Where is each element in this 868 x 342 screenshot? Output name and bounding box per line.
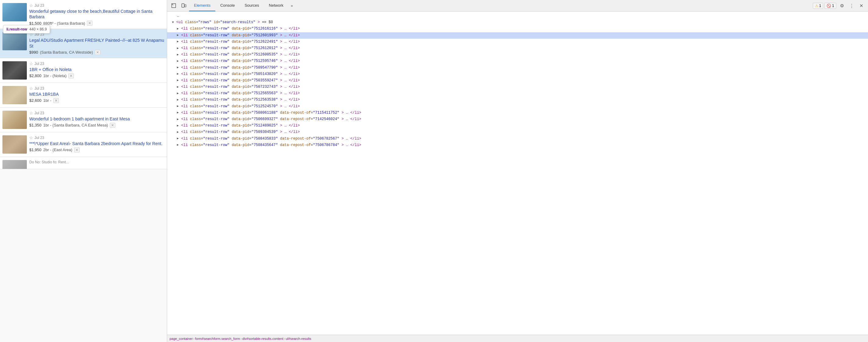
devtools-content: … ▼ <ul class="rows" id="search-results"…	[167, 11, 868, 342]
tree-item-line[interactable]: ▶ <li class="result-row" data-pid="75126…	[167, 26, 868, 32]
html-tag: >	[280, 98, 282, 102]
tree-item-line[interactable]: ▶ <li class="result-row" data-pid="75035…	[167, 77, 868, 84]
listing-title[interactable]: ***\*Upper East Area\- Santa Barbara 2be…	[29, 141, 162, 146]
more-options-button[interactable]: ⋮	[847, 2, 856, 10]
tree-triangle[interactable]: ▶	[177, 98, 181, 102]
tab-console[interactable]: Console	[215, 0, 240, 11]
tree-triangle[interactable]: ▶	[177, 33, 181, 38]
remove-button[interactable]: ✕	[87, 21, 92, 26]
html-attr-value: "rows"	[198, 20, 211, 24]
html-collapsed: …	[284, 98, 287, 102]
tree-line[interactable]: …	[167, 13, 868, 19]
tree-line-content: <li class="result-row" data-pid="7508061…	[181, 110, 866, 116]
tree-item-line[interactable]: ▶ <li class="result-row" data-pid="75125…	[167, 90, 868, 97]
close-devtools-button[interactable]: ✕	[857, 2, 866, 10]
star-icon[interactable]: ☆	[29, 61, 33, 66]
tree-item-line[interactable]: ▶ <li class="result-row" data-pid="75066…	[167, 116, 868, 123]
html-attr-value: "7512489025"	[251, 124, 278, 128]
tree-item-line[interactable]: ▶ <li class="result-row" data-pid="75125…	[167, 58, 868, 64]
tree-triangle[interactable]: ▶	[177, 124, 181, 128]
tree-triangle[interactable]: ▶	[177, 46, 181, 51]
html-tag: >	[342, 111, 344, 115]
tree-triangle[interactable]: ▶	[177, 136, 181, 141]
html-collapsed: …	[284, 130, 287, 134]
tree-triangle[interactable]: ▶	[177, 143, 181, 147]
device-toolbar-button[interactable]	[179, 2, 188, 10]
tree-line-content: <li class="result-row" data-pid="7509547…	[181, 65, 866, 71]
settings-button[interactable]: ⚙	[837, 2, 846, 10]
tree-item-line[interactable]: ▶ <li class="result-row" data-pid="75125…	[167, 103, 868, 110]
svg-rect-2	[182, 4, 184, 7]
listing-thumbnail	[2, 86, 27, 104]
tree-item-line[interactable]: ▶ <li class="result-row" data-pid="75095…	[167, 65, 868, 71]
breadcrumb-element[interactable]: form#searchform.search_form	[195, 337, 240, 340]
tree-triangle[interactable]: ▶	[177, 78, 181, 83]
tree-root-line[interactable]: ▼ <ul class="rows" id="search-results" >…	[167, 19, 868, 26]
breadcrumb-element[interactable]: ul#search-results	[286, 337, 311, 340]
tree-triangle[interactable]: ▶	[177, 53, 181, 57]
listing-title[interactable]: Wonderful getaway close to the beach,Bea…	[29, 9, 153, 19]
tree-triangle[interactable]: ▶	[177, 91, 181, 96]
star-icon[interactable]: ☆	[29, 3, 33, 8]
remove-button[interactable]: ✕	[110, 123, 115, 128]
tree-item-line[interactable]: ▶ <li class="result-row" data-pid="75124…	[167, 123, 868, 129]
html-attr-value: "7503559247"	[251, 78, 278, 82]
html-attr-name: data-pid	[232, 98, 249, 102]
tree-triangle[interactable]: ▶	[177, 59, 181, 64]
tree-item-line[interactable]: ▶ <li class="result-row" data-pid="75125…	[167, 97, 868, 103]
breadcrumb-element[interactable]: div#sortable-results.content	[243, 337, 284, 340]
listing-title[interactable]: Wonderful 1-bedroom 1 bath apartment in …	[29, 116, 130, 121]
tree-triangle[interactable]: ▶	[177, 65, 181, 70]
listing-info: ☆ Jul 23 Wonderful getaway close to the …	[29, 3, 164, 26]
star-icon[interactable]: ☆	[29, 86, 33, 91]
html-collapsed: …	[284, 53, 287, 57]
tree-item-line[interactable]: ▶ <li class="result-row" data-pid="75126…	[167, 52, 868, 58]
tree-item-line[interactable]: ▶ <li class="result-row" data-pid="75126…	[167, 39, 868, 45]
warning-badge-button[interactable]: ⚠ 1	[813, 3, 824, 9]
inspect-cursor-button[interactable]	[169, 2, 178, 10]
html-attr-value: "result-row"	[203, 78, 229, 82]
star-icon[interactable]: ☆	[29, 135, 33, 140]
tree-triangle[interactable]: ▶	[177, 130, 181, 135]
star-icon[interactable]: ☆	[29, 111, 33, 115]
listing-thumbnail	[2, 111, 27, 129]
tree-item-line[interactable]: ▶ <li class="result-row" data-pid="75051…	[167, 71, 868, 77]
html-attr-value: "7508061188"	[251, 111, 278, 115]
html-attr-name: data-pid	[232, 143, 249, 147]
tree-item-line[interactable]: ▶ <li class="result-row" data-pid="75093…	[167, 129, 868, 135]
tab-more-button[interactable]: »	[288, 0, 295, 11]
breadcrumb-sep: ›	[193, 337, 194, 340]
tree-triangle[interactable]: ▶	[177, 110, 181, 115]
tree-item-line[interactable]: ▶ <li class="result-row" data-pid="75080…	[167, 110, 868, 116]
tree-line-content: <li class="result-row" data-pid="7507232…	[181, 84, 866, 90]
listing-title[interactable]: Legal ADU/Studio Apartment FRESHLY Paint…	[29, 38, 164, 48]
remove-button[interactable]: ✕	[68, 73, 74, 78]
tree-item-line[interactable]: ▶ <li class="result-row" data-pid="75084…	[167, 142, 868, 148]
tab-elements[interactable]: Elements	[189, 0, 215, 11]
tree-triangle[interactable]: ▶	[177, 39, 181, 44]
tree-triangle[interactable]: ▶	[177, 117, 181, 122]
tree-line-content: <li class="result-row" data-pid="7512563…	[181, 97, 866, 103]
tree-item-line[interactable]: ▶ <li class="result-row" data-pid="75072…	[167, 84, 868, 90]
remove-button[interactable]: ✕	[95, 50, 100, 55]
listing-title[interactable]: 1BR + Office in Noleta	[29, 67, 72, 72]
tree-item-line[interactable]: ▶ <li class="result-row" data-pid="75084…	[167, 136, 868, 142]
remove-button[interactable]: ✕	[74, 147, 80, 152]
tree-item-line[interactable]: ▶ <li class="result-row" data-pid="75126…	[167, 32, 868, 39]
tab-sources[interactable]: Sources	[240, 0, 264, 11]
tab-network[interactable]: Network	[264, 0, 288, 11]
tree-item-line[interactable]: ▶ <li class="result-row" data-pid="75126…	[167, 45, 868, 52]
error-badge-button[interactable]: 🚫 1	[825, 3, 836, 9]
tree-triangle[interactable]: ▶	[177, 72, 181, 76]
tree-triangle[interactable]: ▶	[177, 27, 181, 31]
listing-title[interactable]: MESA 1BR1BA	[29, 92, 59, 97]
html-tag: >	[280, 59, 282, 63]
tree-triangle[interactable]: ▶	[177, 104, 181, 109]
remove-button[interactable]: ✕	[53, 98, 59, 103]
breadcrumb-element[interactable]: page_container	[169, 337, 193, 340]
html-attr-value: "result-row"	[203, 143, 229, 147]
tree-triangle[interactable]: ▶	[177, 85, 181, 90]
tree-triangle[interactable]: ▼	[172, 20, 176, 25]
html-attr-value: "7508435647"	[251, 143, 278, 147]
html-tree[interactable]: … ▼ <ul class="rows" id="search-results"…	[167, 11, 868, 335]
